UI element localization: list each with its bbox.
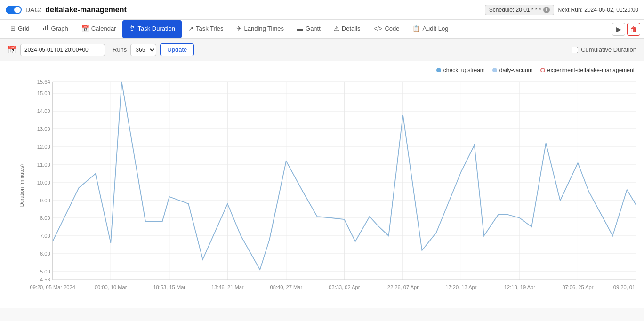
svg-text:12:13, 19 Apr: 12:13, 19 Apr [504,284,535,290]
tab-details-label: Details [342,25,361,32]
svg-text:11.00: 11.00 [37,162,50,168]
svg-text:6.00: 6.00 [40,251,50,257]
y-axis-label: Duration (minutes) [19,164,24,207]
calendar-tab-icon: 📅 [81,25,89,32]
runs-label: Runs [113,46,127,53]
tab-gantt-label: Gantt [306,25,321,32]
tab-task-duration-label: Task Duration [137,25,175,32]
svg-text:8.00: 8.00 [40,215,50,221]
tab-task-duration[interactable]: ⏱ Task Duration [122,20,181,38]
svg-text:14.00: 14.00 [37,108,50,114]
tab-code-label: Code [385,25,399,32]
header-left: DAG: deltalake-management [6,6,127,14]
date-input[interactable] [20,44,105,56]
tab-landing-times-label: Landing Times [244,25,284,32]
task-tries-icon: ↗ [188,25,193,32]
legend-daily-vacuum: daily-vacuum [492,67,533,73]
tab-code[interactable]: </> Code [367,20,406,38]
tab-landing-times[interactable]: ✈ Landing Times [230,20,290,38]
legend-check-upstream: check_upstream [436,67,485,73]
cumulative-duration-checkbox[interactable] [572,47,578,53]
tab-details[interactable]: ⚠ Details [327,20,367,38]
cumulative-duration-wrap: Cumulative Duration [572,46,636,53]
update-button[interactable]: Update [160,43,194,56]
svg-text:09:20, 01 May 2024: 09:20, 01 May 2024 [613,284,636,290]
tab-graph-label: Graph [51,25,68,32]
svg-text:00:00, 10 Mar: 00:00, 10 Mar [95,284,127,290]
svg-text:13:46, 21 Mar: 13:46, 21 Mar [211,284,244,290]
tab-gantt[interactable]: ▬ Gantt [290,20,327,38]
tab-grid[interactable]: ⊞ Grid [4,20,36,38]
svg-rect-2 [47,25,48,30]
header-right: Schedule: 20 01 * * * i Next Run: 2024-0… [485,5,638,15]
tab-actions: ▶ 🗑 [612,23,640,36]
svg-rect-0 [43,28,44,30]
schedule-badge: Schedule: 20 01 * * * i [485,5,554,15]
play-button[interactable]: ▶ [612,23,625,36]
gantt-icon: ▬ [297,25,303,32]
date-picker-icon: 📅 [8,46,16,54]
svg-text:5.00: 5.00 [40,269,50,274]
dag-toggle[interactable] [6,6,22,14]
filter-bar: 📅 Runs 365 180 90 30 Update Cumulative D… [0,39,644,61]
schedule-label: Schedule: 20 01 * * * [489,7,541,13]
cumulative-duration-label: Cumulative Duration [581,46,636,53]
svg-text:07:06, 25 Apr: 07:06, 25 Apr [562,284,593,290]
chart-container: check_upstream daily-vacuum experiment-d… [0,61,644,308]
legend-label-check-upstream: check_upstream [443,67,485,73]
svg-text:4.56: 4.56 [40,277,50,282]
delete-button[interactable]: 🗑 [627,23,640,36]
tab-calendar[interactable]: 📅 Calendar [75,20,123,38]
audit-log-icon: 📋 [412,25,420,32]
tab-audit-log-label: Audit Log [422,25,448,32]
tab-calendar-label: Calendar [91,25,116,32]
legend-dot-daily-vacuum [492,68,497,72]
dag-label: DAG: [25,6,41,14]
svg-text:13.00: 13.00 [37,126,50,132]
legend-experiment: experiment-deltalake-management [540,67,635,73]
svg-text:22:26, 07 Apr: 22:26, 07 Apr [387,284,419,290]
svg-text:03:33, 02 Apr: 03:33, 02 Apr [329,284,360,290]
svg-text:15.00: 15.00 [37,90,50,96]
legend-dot-check-upstream [436,68,441,72]
svg-text:7.00: 7.00 [40,233,50,239]
svg-text:17:20, 13 Apr: 17:20, 13 Apr [445,284,476,290]
dag-name: deltalake-management [45,6,127,14]
legend-label-experiment: experiment-deltalake-management [547,67,635,73]
tab-graph[interactable]: Graph [36,20,75,38]
svg-text:9.00: 9.00 [40,198,50,203]
grid-icon: ⊞ [10,25,16,32]
header: DAG: deltalake-management Schedule: 20 0… [0,0,644,20]
details-icon: ⚠ [334,25,339,32]
svg-text:12.00: 12.00 [37,144,50,150]
runs-select[interactable]: 365 180 90 30 [130,44,156,56]
graph-icon [43,24,49,32]
landing-times-icon: ✈ [236,25,242,32]
next-run-label: Next Run: 2024-05-02, 01:20:00 [558,7,638,13]
svg-text:09:20, 05 Mar 2024: 09:20, 05 Mar 2024 [30,284,75,290]
svg-text:15.64: 15.64 [37,79,50,85]
chart-wrapper: Duration (minutes) .grid-line { stroke: … [26,77,636,294]
chart-legend: check_upstream daily-vacuum experiment-d… [0,67,644,77]
tab-task-tries[interactable]: ↗ Task Tries [182,20,230,38]
svg-text:08:40, 27 Mar: 08:40, 27 Mar [270,284,303,290]
tabs-bar: ⊞ Grid Graph 📅 Calendar ⏱ Task Duration … [0,20,644,39]
legend-label-daily-vacuum: daily-vacuum [499,67,533,73]
tab-task-tries-label: Task Tries [196,25,224,32]
tab-grid-label: Grid [18,25,30,32]
svg-rect-1 [45,26,46,30]
legend-dot-experiment [540,68,545,72]
svg-text:18:53, 15 Mar: 18:53, 15 Mar [153,284,185,290]
tab-audit-log[interactable]: 📋 Audit Log [406,20,455,38]
line-chart: .grid-line { stroke: #e8e8e8; stroke-wid… [26,77,636,294]
code-icon: </> [374,25,383,32]
task-duration-icon: ⏱ [129,25,135,32]
svg-text:10.00: 10.00 [37,180,50,185]
info-icon[interactable]: i [543,7,550,13]
